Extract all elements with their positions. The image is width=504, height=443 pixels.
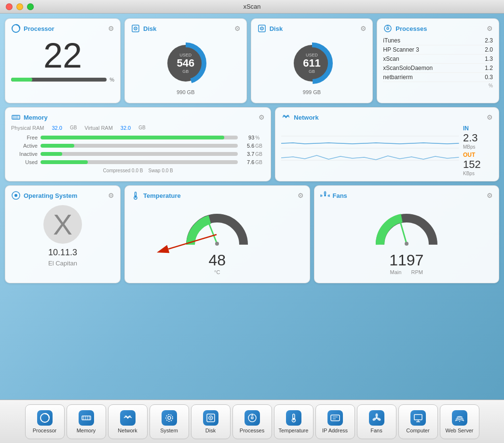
proc-row-0: iTunes 2.3 <box>383 36 493 45</box>
toolbar-webserver[interactable]: Web Server <box>440 404 479 439</box>
processor-gear[interactable]: ⚙ <box>108 25 114 32</box>
disk2-title: Disk <box>257 24 283 33</box>
toolbar-processes-icon <box>245 410 260 426</box>
processes-icon <box>383 24 393 33</box>
processes-unit: % <box>383 83 493 88</box>
processes-gear[interactable]: ⚙ <box>487 25 493 32</box>
svg-rect-61 <box>414 415 422 420</box>
mem-label-free: Free <box>11 135 38 140</box>
svg-point-43 <box>127 417 128 418</box>
mem-row-used: Used 7.6 GB <box>11 159 265 165</box>
mem-unit-inactive: GB <box>255 152 265 157</box>
os-card: Operating System ⚙ X 10.11.3 El Capitan <box>5 185 121 283</box>
svg-point-28 <box>215 242 219 246</box>
temperature-gear[interactable]: ⚙ <box>298 192 304 199</box>
window-controls <box>6 3 34 10</box>
toolbar-network-icon <box>120 410 136 426</box>
network-values: IN 2.3 MBps OUT 152 KBps <box>459 125 493 176</box>
network-in-unit: MBps <box>463 144 493 150</box>
temperature-header: Temperature ⚙ <box>131 191 304 200</box>
disk1-donut-wrap: USED 546 GB <box>162 39 210 87</box>
fans-gear[interactable]: ⚙ <box>487 192 493 199</box>
toolbar-disk[interactable]: Disk <box>191 404 231 439</box>
mem-fill-free <box>41 136 224 139</box>
os-logo: X <box>43 205 82 244</box>
network-gear[interactable]: ⚙ <box>487 113 493 121</box>
proc-name-4: netbarrierm <box>383 74 412 81</box>
toolbar-network[interactable]: Network <box>108 404 148 439</box>
toolbar-ip-icon <box>327 410 343 426</box>
mem-fill-inactive <box>41 152 62 156</box>
svg-point-64 <box>459 421 460 422</box>
os-icon <box>11 191 21 200</box>
network-content: IN 2.3 MBps OUT 152 KBps <box>281 125 493 176</box>
svg-rect-26 <box>135 195 136 198</box>
memory-gear[interactable]: ⚙ <box>259 113 265 121</box>
temperature-card: Temperature ⚙ 48 °C <box>124 185 310 283</box>
network-icon <box>281 112 291 122</box>
processes-header: Processes ⚙ <box>383 24 493 33</box>
toolbar-system-icon <box>162 410 177 426</box>
app-title: xScan <box>243 3 260 10</box>
fans-value: 1197 <box>389 251 423 269</box>
maximize-button[interactable] <box>27 3 34 10</box>
processor-header: Processor ⚙ <box>11 24 114 33</box>
svg-point-58 <box>375 413 378 417</box>
memory-ram-info: Physical RAM 32.0 GB Virtual RAM 32.0 GB <box>11 125 265 131</box>
proc-val-4: 0.3 <box>485 74 493 81</box>
mem-row-active: Active 5.6 GB <box>11 143 265 149</box>
memory-card: Memory ⚙ Physical RAM 32.0 GB Virtual RA… <box>5 107 271 181</box>
fans-icon <box>320 191 330 200</box>
disk2-donut-wrap: USED 611 GB <box>288 39 336 87</box>
mem-row-inactive: Inactive 3.7 GB <box>11 151 265 157</box>
toolbar-fans-icon <box>369 410 384 426</box>
toolbar-webserver-icon <box>452 410 467 426</box>
network-in-value: 2.3 <box>463 132 493 144</box>
temperature-unit: °C <box>214 269 220 275</box>
mem-unit-active: GB <box>255 143 265 149</box>
memory-title: Memory <box>11 112 48 122</box>
mem-unit-used: GB <box>255 160 265 165</box>
proc-val-0: 2.3 <box>485 37 493 44</box>
row-1: Processor ⚙ 22 % <box>5 18 499 103</box>
toolbar-processor[interactable]: Processor <box>25 404 65 439</box>
mem-label-inactive: Inactive <box>11 151 38 157</box>
mem-label-active: Active <box>11 143 38 149</box>
proc-name-0: iTunes <box>383 37 400 44</box>
svg-point-11 <box>384 25 391 32</box>
network-out-label: OUT <box>463 152 493 158</box>
disk2-card: Disk ⚙ USED 611 GB 999 GB <box>251 18 373 103</box>
toolbar-ip[interactable]: IP Address <box>315 404 355 439</box>
svg-rect-53 <box>293 418 294 420</box>
close-button[interactable] <box>6 3 13 10</box>
processor-progress: % <box>11 77 114 83</box>
toolbar-processes[interactable]: Processes <box>232 404 272 439</box>
fans-sub: Main RPM <box>390 269 423 275</box>
disk2-gear[interactable]: ⚙ <box>360 25 367 32</box>
toolbar-computer[interactable]: Computer <box>398 404 438 439</box>
toolbar-temperature[interactable]: Temperature <box>274 404 313 439</box>
disk2-header: Disk ⚙ <box>257 24 367 33</box>
toolbar-system[interactable]: System <box>150 404 189 439</box>
proc-val-1: 2.0 <box>485 46 493 53</box>
minimize-button[interactable] <box>16 3 23 10</box>
mem-label-used: Used <box>11 159 38 165</box>
temperature-title: Temperature <box>131 191 181 200</box>
disk2-donut: USED 611 GB 999 GB <box>257 36 367 98</box>
svg-rect-13 <box>12 115 20 119</box>
proc-val-2: 1.3 <box>485 55 493 62</box>
toolbar-fans[interactable]: Fans <box>357 404 396 439</box>
disk1-gear[interactable]: ⚙ <box>234 25 241 32</box>
temperature-icon <box>131 191 140 200</box>
network-chart-area <box>281 125 459 176</box>
fans-title: Fans <box>320 191 347 200</box>
mem-track-inactive <box>41 152 238 156</box>
toolbar-processor-icon <box>37 410 53 426</box>
svg-point-23 <box>14 194 17 197</box>
svg-point-34 <box>320 194 323 197</box>
os-gear[interactable]: ⚙ <box>108 192 114 199</box>
processor-title: Processor <box>11 24 54 33</box>
memory-icon <box>11 112 21 122</box>
toolbar-memory[interactable]: Memory <box>67 404 106 439</box>
disk1-title: Disk <box>131 24 156 33</box>
